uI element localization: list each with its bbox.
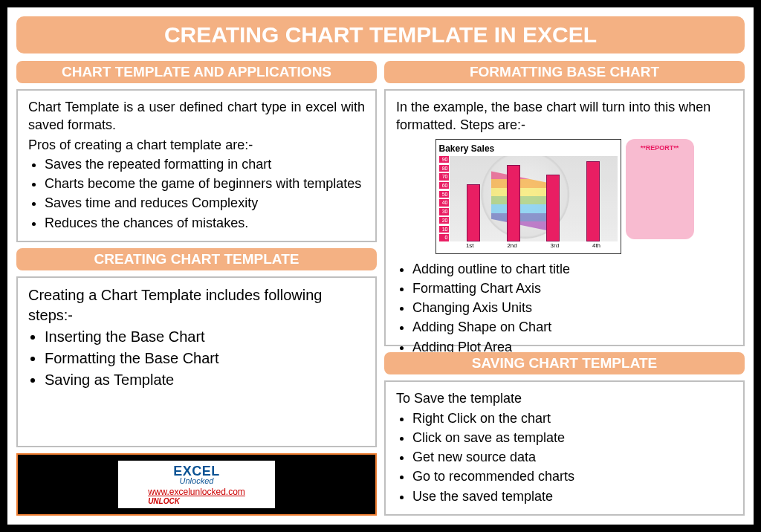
y-tick: 20 — [439, 217, 449, 224]
y-tick: 70 — [439, 173, 449, 180]
creating-list: Inserting the Base Chart Formatting the … — [28, 327, 365, 390]
y-tick: 50 — [439, 191, 449, 198]
bar-3 — [546, 175, 560, 241]
y-tick: 0 — [439, 234, 449, 241]
left-column: CHART TEMPLATE AND APPLICATIONS Chart Te… — [16, 61, 377, 516]
formatting-intro: In the example, the base chart will turn… — [396, 98, 733, 134]
report-label: **REPORT** — [641, 144, 679, 152]
chart-title: Bakery Sales — [439, 143, 618, 155]
applications-list: Saves the repeated formatting in chart C… — [28, 155, 365, 232]
y-tick: 90 — [439, 156, 449, 163]
list-item: Charts become the game of beginners with… — [45, 175, 365, 192]
applications-intro1: Chart Template is a user defined chart t… — [28, 98, 365, 134]
panel-saving: To Save the template Right Click on the … — [384, 380, 745, 516]
section-header-applications: CHART TEMPLATE AND APPLICATIONS — [16, 61, 377, 83]
saving-list: Right Click on the chart Click on save a… — [396, 409, 733, 505]
bar-1 — [467, 184, 480, 241]
x-axis: 1st 2nd 3rd 4th — [439, 242, 618, 250]
list-item: Right Click on the chart — [412, 409, 733, 427]
list-item: Saving as Template — [45, 370, 365, 390]
bar-2 — [507, 165, 520, 241]
list-item: Use the saved template — [412, 487, 733, 505]
mini-chart: Bakery Sales 90 80 70 60 50 40 30 20 — [435, 139, 621, 254]
logo-url: www.excelunlocked.com — [148, 487, 245, 497]
creating-intro: Creating a Chart Template includes follo… — [28, 285, 365, 325]
y-tick: 80 — [439, 165, 449, 172]
list-item: Get new source data — [412, 448, 733, 466]
section-header-creating: CREATING CHART TEMPLATE — [16, 248, 377, 270]
applications-intro2: Pros of creating a chart template are:- — [28, 136, 365, 154]
plot-area — [450, 156, 618, 241]
x-tick: 1st — [466, 242, 474, 250]
list-item: Inserting the Base Chart — [45, 327, 365, 347]
list-item: Adding Shape on Chart — [412, 318, 733, 336]
section-header-formatting: FORMATTING BASE CHART — [384, 61, 745, 83]
x-tick: 3rd — [551, 242, 560, 250]
logo-subtext: Unlocked — [148, 476, 245, 485]
list-item: Click on save as template — [412, 429, 733, 447]
x-tick: 2nd — [507, 242, 516, 250]
y-tick: 30 — [439, 208, 449, 215]
list-item: Changing Axis Units — [412, 299, 733, 317]
bar-4 — [586, 161, 600, 241]
panel-applications: Chart Template is a user defined chart t… — [16, 89, 377, 242]
page-container: CREATING CHART TEMPLATE IN EXCEL CHART T… — [7, 7, 754, 525]
chart-body: 90 80 70 60 50 40 30 20 10 0 — [439, 156, 618, 241]
list-item: Saves time and reduces Complexity — [45, 194, 365, 212]
list-item: Formatting Chart Axis — [412, 279, 733, 297]
panel-creating: Creating a Chart Template includes follo… — [16, 276, 377, 447]
logo-inner: EXCEL Unlocked www.excelunlocked.com UNL… — [118, 461, 275, 508]
saving-intro: To Save the template — [396, 389, 733, 407]
y-tick: 10 — [439, 226, 449, 233]
bars-group — [450, 156, 618, 241]
chart-row: Bakery Sales 90 80 70 60 50 40 30 20 — [396, 139, 733, 254]
panel-formatting: In the example, the base chart will turn… — [384, 89, 745, 346]
logo-box: EXCEL Unlocked www.excelunlocked.com UNL… — [16, 453, 377, 516]
report-shape: **REPORT** — [626, 139, 694, 239]
logo-unlock: UNLOCK — [148, 497, 245, 505]
y-tick: 40 — [439, 199, 449, 206]
list-item: Reduces the chances of mistakes. — [45, 214, 365, 232]
columns-wrap: CHART TEMPLATE AND APPLICATIONS Chart Te… — [16, 61, 745, 516]
list-item: Saves the repeated formatting in chart — [45, 155, 365, 173]
y-axis: 90 80 70 60 50 40 30 20 10 0 — [439, 156, 450, 241]
right-column: FORMATTING BASE CHART In the example, th… — [384, 61, 745, 516]
list-item: Go to recommended charts — [412, 467, 733, 485]
x-tick: 4th — [592, 242, 600, 250]
list-item: Formatting the Base Chart — [45, 348, 365, 369]
list-item: Adding outline to chart title — [412, 260, 733, 278]
page-title: CREATING CHART TEMPLATE IN EXCEL — [16, 16, 745, 53]
section-header-saving: SAVING CHART TEMPLATE — [384, 352, 745, 374]
y-tick: 60 — [439, 182, 449, 189]
